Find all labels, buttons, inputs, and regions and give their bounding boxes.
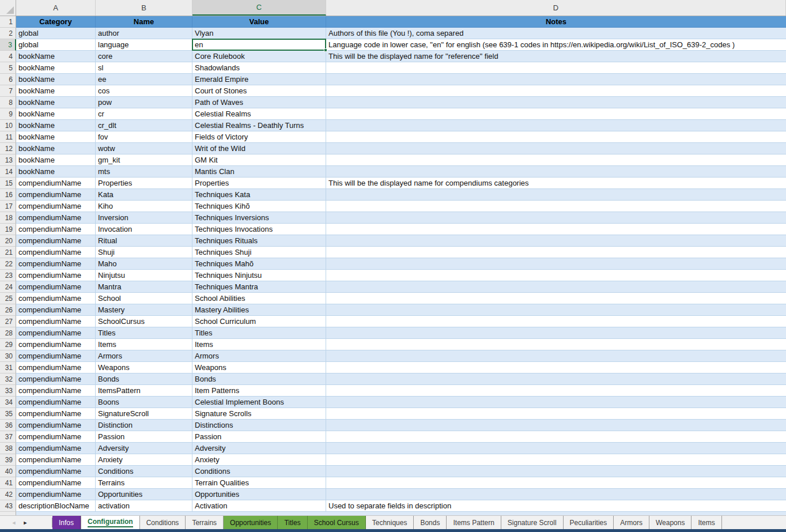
cell-D26[interactable]: [326, 304, 786, 316]
row-header-40[interactable]: 40: [0, 466, 16, 477]
row-header-6[interactable]: 6: [0, 74, 16, 85]
cell-D35[interactable]: [326, 408, 786, 420]
cell-D40[interactable]: [326, 466, 786, 477]
cell-A6[interactable]: bookName: [16, 74, 96, 85]
cell-D2[interactable]: Authors of this file (You !), coma separ…: [326, 28, 786, 39]
column-header-d[interactable]: D: [326, 0, 786, 16]
cell-B8[interactable]: pow: [96, 97, 192, 108]
cell-D9[interactable]: [326, 108, 786, 120]
cell-C36[interactable]: Distinctions: [192, 420, 326, 431]
cell-B24[interactable]: Mantra: [96, 281, 192, 293]
cell-D7[interactable]: [326, 85, 786, 97]
row-header-13[interactable]: 13: [0, 154, 16, 166]
cell-A19[interactable]: compendiumName: [16, 224, 96, 235]
cell-D3[interactable]: Language code in lower case, "en" for en…: [326, 39, 786, 51]
cell-C26[interactable]: Mastery Abilities: [192, 304, 326, 316]
cell-B37[interactable]: Passion: [96, 431, 192, 443]
cell-A43[interactable]: descriptionBlocName: [16, 500, 96, 512]
row-header-26[interactable]: 26: [0, 304, 16, 316]
row-header-28[interactable]: 28: [0, 327, 16, 339]
cell-D25[interactable]: [326, 293, 786, 304]
cell-C41[interactable]: Terrain Qualities: [192, 477, 326, 489]
row-header-15[interactable]: 15: [0, 178, 16, 189]
cell-D38[interactable]: [326, 443, 786, 454]
cell-D5[interactable]: [326, 62, 786, 74]
row-header-20[interactable]: 20: [0, 235, 16, 247]
cell-A23[interactable]: compendiumName: [16, 270, 96, 281]
row-header-16[interactable]: 16: [0, 189, 16, 201]
cell-B3[interactable]: language: [96, 39, 192, 51]
cell-C19[interactable]: Techniques Invocations: [192, 224, 326, 235]
sheet-tab-peculiarities[interactable]: Peculiarities: [564, 516, 614, 529]
cell-C27[interactable]: School Curriculum: [192, 316, 326, 327]
cell-C16[interactable]: Techniques Kata: [192, 189, 326, 201]
row-header-11[interactable]: 11: [0, 131, 16, 143]
row-header-27[interactable]: 27: [0, 316, 16, 327]
cell-A41[interactable]: compendiumName: [16, 477, 96, 489]
row-header-18[interactable]: 18: [0, 212, 16, 224]
cell-A25[interactable]: compendiumName: [16, 293, 96, 304]
cell-D13[interactable]: [326, 154, 786, 166]
row-header-14[interactable]: 14: [0, 166, 16, 178]
cell-A16[interactable]: compendiumName: [16, 189, 96, 201]
cell-B11[interactable]: fov: [96, 131, 192, 143]
cell-D34[interactable]: [326, 397, 786, 408]
cell-B30[interactable]: Armors: [96, 350, 192, 362]
cell-B13[interactable]: gm_kit: [96, 154, 192, 166]
row-header-3[interactable]: 3: [0, 39, 16, 51]
sheet-tab-titles[interactable]: Titles: [278, 516, 307, 529]
cell-C23[interactable]: Techniques Ninjutsu: [192, 270, 326, 281]
cell-B21[interactable]: Shuji: [96, 247, 192, 258]
cell-D10[interactable]: [326, 120, 786, 131]
cell-A37[interactable]: compendiumName: [16, 431, 96, 443]
cell-C22[interactable]: Techniques Mahõ: [192, 258, 326, 270]
cell-D31[interactable]: [326, 362, 786, 373]
cell-A36[interactable]: compendiumName: [16, 420, 96, 431]
cell-A4[interactable]: bookName: [16, 51, 96, 62]
cell-A38[interactable]: compendiumName: [16, 443, 96, 454]
cell-A18[interactable]: compendiumName: [16, 212, 96, 224]
row-header-33[interactable]: 33: [0, 385, 16, 397]
cell-B1[interactable]: Name: [96, 16, 192, 28]
cell-C40[interactable]: Conditions: [192, 466, 326, 477]
cell-D19[interactable]: [326, 224, 786, 235]
cell-B5[interactable]: sl: [96, 62, 192, 74]
cell-C24[interactable]: Techniques Mantra: [192, 281, 326, 293]
sheet-tab-bonds[interactable]: Bonds: [414, 516, 447, 529]
sheet-tab-school-cursus[interactable]: School Cursus: [308, 516, 366, 529]
cell-A31[interactable]: compendiumName: [16, 362, 96, 373]
cell-B17[interactable]: Kiho: [96, 201, 192, 212]
cell-C7[interactable]: Court of Stones: [192, 85, 326, 97]
cell-B41[interactable]: Terrains: [96, 477, 192, 489]
cell-B15[interactable]: Properties: [96, 178, 192, 189]
cell-B20[interactable]: Ritual: [96, 235, 192, 247]
cell-A14[interactable]: bookName: [16, 166, 96, 178]
row-header-30[interactable]: 30: [0, 350, 16, 362]
cell-C42[interactable]: Opportunities: [192, 489, 326, 500]
row-header-10[interactable]: 10: [0, 120, 16, 131]
cell-C13[interactable]: GM Kit: [192, 154, 326, 166]
row-header-42[interactable]: 42: [0, 489, 16, 500]
cell-B43[interactable]: activation: [96, 500, 192, 512]
cell-B4[interactable]: core: [96, 51, 192, 62]
cell-C34[interactable]: Celestial Implement Boons: [192, 397, 326, 408]
cell-D20[interactable]: [326, 235, 786, 247]
row-header-39[interactable]: 39: [0, 454, 16, 466]
cell-A39[interactable]: compendiumName: [16, 454, 96, 466]
cell-A17[interactable]: compendiumName: [16, 201, 96, 212]
cell-C29[interactable]: Items: [192, 339, 326, 350]
cell-D21[interactable]: [326, 247, 786, 258]
cell-B23[interactable]: Ninjutsu: [96, 270, 192, 281]
cell-B32[interactable]: Bonds: [96, 373, 192, 385]
fill-handle[interactable]: [324, 48, 327, 52]
row-header-24[interactable]: 24: [0, 281, 16, 293]
sheet-tab-infos[interactable]: Infos: [52, 516, 81, 529]
cell-A40[interactable]: compendiumName: [16, 466, 96, 477]
cell-B29[interactable]: Items: [96, 339, 192, 350]
cell-C2[interactable]: Vlyan: [192, 28, 326, 39]
cell-B10[interactable]: cr_dlt: [96, 120, 192, 131]
cell-D29[interactable]: [326, 339, 786, 350]
row-header-22[interactable]: 22: [0, 258, 16, 270]
cell-B22[interactable]: Maho: [96, 258, 192, 270]
sheet-tab-items[interactable]: Items: [691, 516, 721, 529]
